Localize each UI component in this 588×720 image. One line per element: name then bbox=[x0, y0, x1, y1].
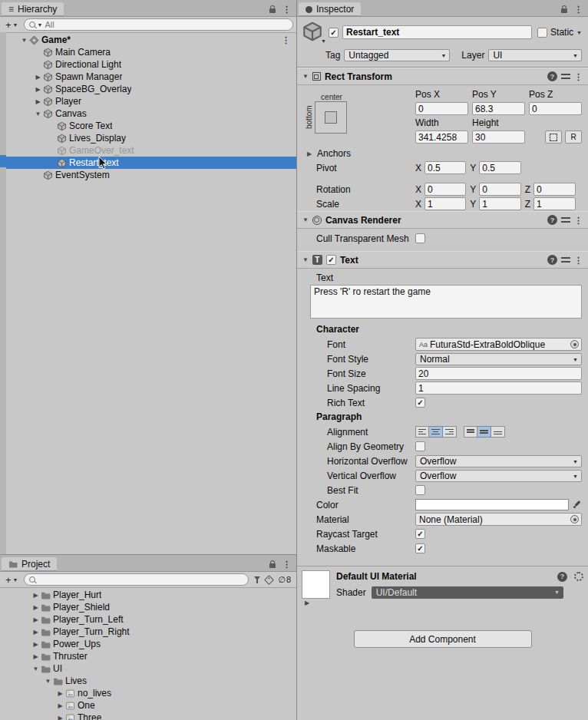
panel-options-icon[interactable]: ⋮ bbox=[282, 5, 291, 13]
foldout-open-icon[interactable]: ▼ bbox=[31, 666, 41, 672]
align-center-button[interactable] bbox=[429, 426, 443, 438]
foldout-closed-icon[interactable]: ▶ bbox=[33, 74, 43, 81]
anchors-foldout[interactable]: ▶ Anchors bbox=[297, 147, 582, 160]
component-options-icon[interactable]: ⋮ bbox=[574, 73, 583, 81]
cull-transparent-mesh-checkbox[interactable] bbox=[415, 233, 425, 243]
project-item-three[interactable]: ▶ Three bbox=[0, 712, 296, 720]
hierarchy-item-lives-display[interactable]: Lives_Display bbox=[6, 132, 296, 144]
create-asset-button[interactable]: +▼ bbox=[3, 574, 21, 586]
height-field[interactable]: 30 bbox=[472, 130, 525, 144]
eyedropper-icon[interactable] bbox=[572, 500, 582, 510]
panel-options-icon[interactable]: ⋮ bbox=[282, 560, 291, 568]
foldout-open-icon[interactable]: ▼ bbox=[302, 256, 309, 263]
anchor-preset-widget[interactable]: center bottom bbox=[305, 93, 348, 134]
gameobject-icon-selector[interactable]: ▼ bbox=[302, 21, 325, 44]
rich-text-checkbox[interactable] bbox=[415, 398, 425, 408]
material-foldout[interactable]: ▶ bbox=[302, 599, 583, 607]
best-fit-checkbox[interactable] bbox=[415, 485, 425, 495]
foldout-closed-icon[interactable]: ▶ bbox=[31, 641, 41, 648]
scene-options-icon[interactable]: ⋮ bbox=[282, 36, 290, 44]
hierarchy-item-gameover-text[interactable]: GameOver_text bbox=[6, 144, 296, 157]
project-item-one[interactable]: ▶ One bbox=[0, 699, 296, 712]
pos-z-field[interactable]: 0 bbox=[529, 102, 582, 115]
foldout-closed-icon[interactable]: ▶ bbox=[31, 616, 41, 623]
lock-icon[interactable] bbox=[561, 8, 567, 13]
foldout-closed-icon[interactable]: ▶ bbox=[31, 653, 41, 660]
rect-transform-header[interactable]: ▼ Rect Transform ? ⋮ bbox=[297, 68, 588, 85]
horizontal-overflow-dropdown[interactable]: Overflow bbox=[415, 455, 582, 467]
foldout-closed-icon[interactable]: ▶ bbox=[33, 86, 43, 93]
raycast-target-checkbox[interactable] bbox=[415, 529, 425, 539]
add-component-button[interactable]: Add Component bbox=[354, 630, 532, 648]
component-options-icon[interactable]: ⋮ bbox=[574, 256, 583, 264]
project-item-power-ups[interactable]: ▶ Power_Ups bbox=[0, 638, 296, 650]
hierarchy-item-spawn-manager[interactable]: ▶ Spawn Manager bbox=[6, 71, 296, 83]
font-style-dropdown[interactable]: Normal bbox=[415, 353, 582, 365]
hierarchy-item-player[interactable]: ▶ Player bbox=[6, 95, 296, 107]
rotation-x-field[interactable]: 0 bbox=[424, 183, 466, 196]
hierarchy-item-restart-text[interactable]: Restart_text bbox=[6, 157, 296, 169]
hierarchy-item-eventsystem[interactable]: EventSystem bbox=[6, 169, 296, 181]
hierarchy-item-canvas[interactable]: ▼ Canvas bbox=[6, 107, 296, 120]
foldout-closed-icon[interactable]: ▶ bbox=[31, 604, 41, 611]
presets-icon[interactable] bbox=[561, 216, 570, 223]
project-item-thruster[interactable]: ▶ Thruster bbox=[0, 650, 296, 662]
align-left-button[interactable] bbox=[415, 426, 429, 438]
foldout-open-icon[interactable]: ▼ bbox=[302, 73, 309, 80]
help-icon[interactable]: ? bbox=[547, 71, 557, 81]
material-object-field[interactable]: None (Material) bbox=[415, 513, 582, 526]
hierarchy-item-spacebg-overlay[interactable]: ▶ SpaceBG_Overlay bbox=[6, 83, 296, 95]
foldout-closed-icon[interactable]: ▶ bbox=[55, 715, 65, 720]
lock-icon[interactable] bbox=[269, 8, 276, 13]
project-item-player-shield[interactable]: ▶ Player_Shield bbox=[0, 601, 296, 613]
tab-inspector[interactable]: Inspector bbox=[299, 2, 361, 16]
pivot-y-field[interactable]: 0.5 bbox=[479, 161, 520, 174]
width-field[interactable]: 341.4258 bbox=[415, 130, 468, 144]
help-icon[interactable]: ? bbox=[547, 255, 557, 265]
presets-icon[interactable] bbox=[561, 73, 570, 80]
text-value-textarea[interactable]: Press 'R' ro restart the game bbox=[310, 285, 582, 319]
panel-options-icon[interactable]: ⋮ bbox=[574, 5, 583, 13]
foldout-closed-icon[interactable]: ▶ bbox=[33, 98, 43, 105]
search-by-label-icon[interactable] bbox=[264, 575, 274, 585]
tag-dropdown[interactable]: Untagged bbox=[344, 49, 450, 61]
blueprint-mode-button[interactable] bbox=[545, 130, 562, 144]
rotation-z-field[interactable]: 0 bbox=[533, 183, 576, 196]
align-middle-button[interactable] bbox=[477, 426, 491, 438]
foldout-open-icon[interactable]: ▼ bbox=[43, 678, 53, 685]
component-options-icon[interactable]: ⋮ bbox=[574, 216, 583, 224]
line-spacing-field[interactable]: 1 bbox=[415, 381, 582, 395]
foldout-open-icon[interactable]: ▼ bbox=[19, 37, 29, 44]
layer-dropdown[interactable]: UI bbox=[488, 49, 582, 61]
project-item-player-turn-right[interactable]: ▶ Player_Turn_Right bbox=[0, 626, 296, 638]
help-icon[interactable]: ? bbox=[547, 215, 557, 225]
pos-y-field[interactable]: 68.3 bbox=[472, 102, 525, 115]
project-search-input[interactable] bbox=[24, 573, 249, 586]
project-item-ui[interactable]: ▼ UI bbox=[0, 662, 296, 675]
object-picker-icon[interactable] bbox=[570, 515, 579, 523]
active-checkbox[interactable] bbox=[329, 28, 339, 38]
gear-icon[interactable] bbox=[574, 572, 583, 581]
foldout-closed-icon[interactable]: ▶ bbox=[55, 702, 65, 709]
pivot-x-field[interactable]: 0.5 bbox=[424, 161, 466, 174]
maskable-checkbox[interactable] bbox=[415, 543, 425, 553]
hierarchy-item-game[interactable]: ▼ Game* ⋮ bbox=[6, 34, 296, 46]
object-picker-icon[interactable] bbox=[570, 340, 579, 348]
help-icon[interactable]: ? bbox=[557, 572, 567, 582]
hierarchy-item-score-text[interactable]: Score Text bbox=[6, 120, 296, 132]
scale-x-field[interactable]: 1 bbox=[424, 197, 466, 210]
align-bottom-button[interactable] bbox=[491, 426, 505, 438]
shader-dropdown[interactable]: UI/Default bbox=[372, 586, 563, 599]
project-item-lives[interactable]: ▼ Lives bbox=[0, 675, 296, 687]
align-right-button[interactable] bbox=[443, 426, 457, 438]
tab-project[interactable]: Project bbox=[2, 557, 57, 571]
foldout-open-icon[interactable]: ▼ bbox=[302, 216, 309, 223]
text-component-header[interactable]: ▼ Text ? ⋮ bbox=[297, 251, 588, 269]
create-object-button[interactable]: +▼ bbox=[3, 19, 21, 31]
canvas-renderer-header[interactable]: ▼ Canvas Renderer ? ⋮ bbox=[297, 211, 588, 229]
lock-icon[interactable] bbox=[269, 563, 276, 568]
hierarchy-item-main-camera[interactable]: Main Camera bbox=[6, 46, 296, 58]
static-checkbox[interactable] bbox=[537, 28, 547, 38]
scale-z-field[interactable]: 1 bbox=[533, 197, 576, 210]
search-by-type-icon[interactable] bbox=[254, 576, 260, 580]
